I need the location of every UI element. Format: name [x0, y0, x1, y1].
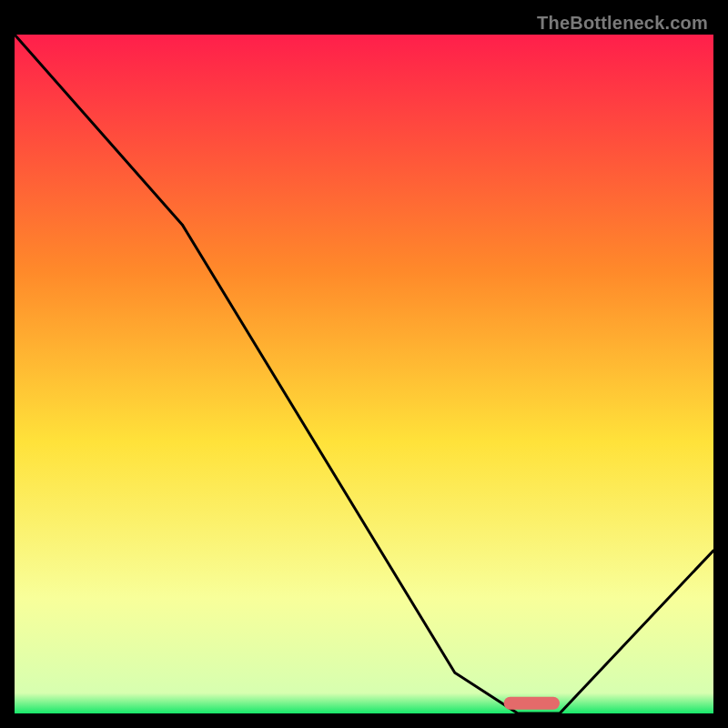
plot-svg: [15, 35, 713, 713]
gradient-plot: [15, 35, 713, 713]
chart-frame: TheBottleneck.com: [15, 15, 713, 713]
gradient-background: [15, 35, 713, 713]
watermark-label: TheBottleneck.com: [537, 13, 708, 34]
optimal-marker: [504, 697, 560, 710]
